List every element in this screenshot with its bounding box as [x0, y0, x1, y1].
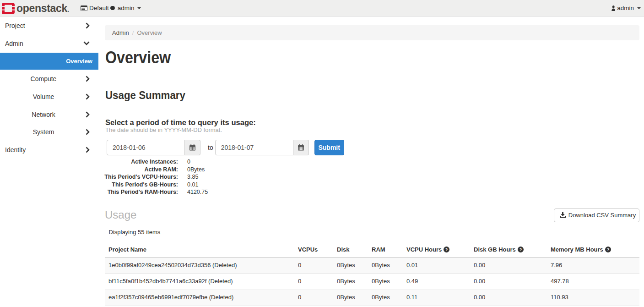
svg-text:?: ? — [606, 247, 609, 252]
svg-text:?: ? — [519, 247, 522, 252]
svg-text:?: ? — [445, 247, 448, 252]
